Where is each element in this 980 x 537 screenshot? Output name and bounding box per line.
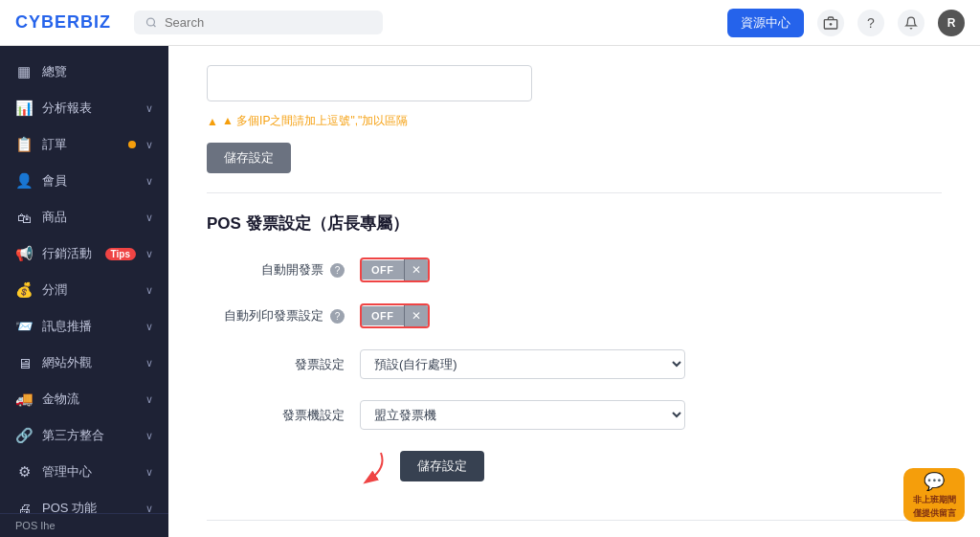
sidebar-item-logistics[interactable]: 🚚 金物流 ∨ [0,381,168,417]
sidebar-item-members[interactable]: 👤 會員 ∨ [0,163,168,199]
marketing-icon: 📢 [15,245,33,262]
section-divider [207,520,942,521]
help-icon[interactable]: ? [858,10,884,36]
chevron-icon: ∨ [145,102,153,115]
svg-point-0 [147,18,155,26]
third-party-icon: 🔗 [15,427,33,444]
chevron-icon: ∨ [145,321,153,333]
sidebar-item-marketing[interactable]: 📢 行銷活動 Tips ∨ [0,235,168,272]
printer-setting-select[interactable]: 盟立發票機 選項二 [360,400,685,430]
chat-line2: 僅提供留言 [913,508,956,520]
arrow-icon [360,451,389,485]
auto-print-label: 自動列印發票設定 ? [207,307,360,324]
chevron-icon: ∨ [145,175,153,188]
ip-section: ▲ ▲ 多個IP之間請加上逗號","加以區隔 儲存設定 [207,65,942,193]
messages-icon: 📨 [15,318,33,335]
chat-widget[interactable]: 💬 非上班期間 僅提供留言 [903,468,965,522]
website-icon: 🖥 [15,355,33,371]
sidebar-item-orders[interactable]: 📋 訂單 ∨ [0,126,168,163]
warning-icon: ▲ [207,115,218,128]
search-bar[interactable] [134,11,383,34]
tips-badge: Tips [105,248,136,260]
store-icon[interactable] [817,10,844,36]
sidebar-item-label: 網站外觀 [42,354,136,371]
sidebar-item-points[interactable]: 💰 分潤 ∨ [0,272,168,308]
main-layout: ▦ 總覽 📊 分析報表 ∨ 📋 訂單 ∨ 👤 會員 ∨ 🛍 商品 ∨ 📢 行銷活… [0,46,980,537]
sidebar-item-admin[interactable]: ⚙ 管理中心 ∨ [0,454,168,490]
arrow-wrapper [360,451,389,485]
bell-icon[interactable] [898,10,924,36]
sidebar-item-label: 金物流 [42,391,136,408]
sidebar-item-label: 分潤 [42,281,136,299]
sidebar-item-label: 管理中心 [42,463,136,481]
search-icon [145,16,157,29]
sidebar-item-overview[interactable]: ▦ 總覽 [0,54,168,90]
resource-center-button[interactable]: 資源中心 [727,9,804,37]
sidebar-item-label: 總覽 [42,63,153,80]
printer-setting-label: 發票機設定 [207,407,360,424]
chevron-icon: ∨ [145,430,153,442]
svg-line-1 [153,25,155,27]
logo-text: CYBERB [15,12,94,32]
logistics-icon: 🚚 [15,391,33,408]
invoice-setting-select[interactable]: 預設(自行處理) 選項二 [360,349,685,379]
ip-textarea[interactable] [207,65,532,101]
logo-accent: IZ [94,12,111,32]
auto-invoice-info-icon[interactable]: ? [330,263,345,278]
overview-icon: ▦ [15,63,33,80]
bell-svg [904,16,918,30]
sidebar-item-website[interactable]: 🖥 網站外觀 ∨ [0,345,168,381]
sidebar-item-analytics[interactable]: 📊 分析報表 ∨ [0,90,168,126]
toggle-close-icon[interactable]: ✕ [404,259,428,280]
sidebar-item-label: 分析報表 [42,100,136,117]
top-navigation: CYBERBIZ 資源中心 ? R [0,0,980,46]
chat-line1: 非上班期間 [913,495,956,506]
products-icon: 🛍 [15,210,33,226]
invoice-setting-row: 發票設定 預設(自行處理) 選項二 [207,349,942,379]
chevron-icon: ∨ [145,248,153,260]
invoice-setting-label: 發票設定 [207,356,360,373]
sidebar-item-products[interactable]: 🛍 商品 ∨ [0,199,168,235]
auto-print-row: 自動列印發票設定 ? OFF ✕ [207,303,942,328]
chevron-icon: ∨ [145,139,153,151]
auto-invoice-label-text: 自動開發票 [261,262,323,277]
sidebar-item-label: 第三方整合 [42,427,136,444]
auto-invoice-row: 自動開發票 ? OFF ✕ [207,257,942,282]
analytics-icon: 📊 [15,100,33,117]
auto-print-toggle[interactable]: OFF ✕ [360,303,430,328]
sidebar-item-messages[interactable]: 📨 訊息推播 ∨ [0,308,168,345]
auto-invoice-toggle[interactable]: OFF ✕ [360,257,430,282]
toggle-off-label: OFF [362,306,404,325]
chevron-icon: ∨ [145,466,153,479]
ip-save-button[interactable]: 儲存設定 [207,143,291,173]
admin-icon: ⚙ [15,463,33,481]
sidebar-bottom-hint: POS Ihe [0,513,168,537]
sidebar-item-third-party[interactable]: 🔗 第三方整合 ∨ [0,417,168,454]
chevron-icon: ∨ [145,357,153,369]
auto-print-control: OFF ✕ [360,303,685,328]
auto-print-info-icon[interactable]: ? [330,309,345,324]
pos-invoice-section: POS 發票設定（店長專屬） 自動開發票 ? OFF ✕ [207,213,942,485]
pos-invoice-title: POS 發票設定（店長專屬） [207,213,942,235]
ip-warning: ▲ ▲ 多個IP之間請加上逗號","加以區隔 [207,113,942,129]
orders-dot-badge [128,141,136,148]
warning-text-content: ▲ 多個IP之間請加上逗號","加以區隔 [222,113,408,129]
printer-setting-control: 盟立發票機 選項二 [360,400,685,430]
sidebar-item-label: 訂單 [42,136,119,153]
store-svg [823,15,838,31]
auto-print-label-text: 自動列印發票設定 [224,308,323,323]
sidebar-item-label: 訊息推播 [42,318,136,335]
members-icon: 👤 [15,172,33,190]
main-content: ▲ ▲ 多個IP之間請加上逗號","加以區隔 儲存設定 POS 發票設定（店長專… [168,46,980,537]
pos-save-button[interactable]: 儲存設定 [400,451,484,481]
user-avatar[interactable]: R [938,10,965,36]
chat-icon: 💬 [924,471,945,493]
toggle-off-label: OFF [362,260,404,280]
points-icon: 💰 [15,281,33,299]
save-row: 儲存設定 [360,451,942,485]
sidebar-item-label: 會員 [42,172,136,190]
sidebar: ▦ 總覽 📊 分析報表 ∨ 📋 訂單 ∨ 👤 會員 ∨ 🛍 商品 ∨ 📢 行銷活… [0,46,168,537]
search-input[interactable] [165,15,371,30]
auto-invoice-label: 自動開發票 ? [207,261,360,279]
toggle-close-icon[interactable]: ✕ [404,305,428,326]
